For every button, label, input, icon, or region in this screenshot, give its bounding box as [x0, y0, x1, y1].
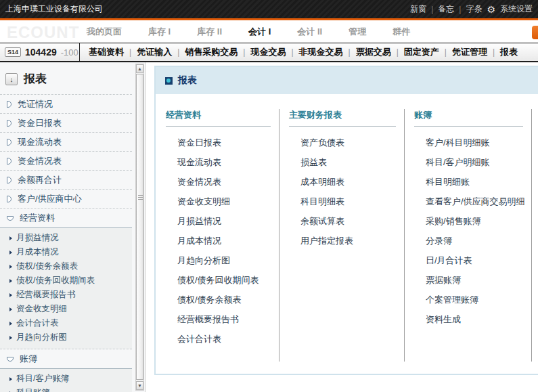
- column-header: 主要财务报表: [289, 109, 396, 127]
- topbar-link-1[interactable]: 备忘: [438, 3, 454, 15]
- nav-tab[interactable]: 会计 I: [248, 26, 271, 38]
- arrow-right-icon: [9, 377, 12, 381]
- arrow-right-icon: [9, 336, 12, 340]
- report-link[interactable]: 资金日报表: [177, 133, 279, 152]
- column-items: 客户/科目明细账科目/客户明细账科目明细账查看客户/供应商交易明细采购/销售账簿…: [426, 133, 531, 329]
- plan-badge: S14: [5, 47, 21, 57]
- report-link[interactable]: 日/月合计表: [426, 251, 531, 270]
- system-settings-link[interactable]: 系统设置: [500, 3, 533, 15]
- nav-tab[interactable]: 库存 I: [148, 26, 171, 38]
- report-link[interactable]: 债权/债务回收期间表: [177, 270, 279, 290]
- report-link[interactable]: 债权/债务余额表: [177, 290, 279, 309]
- sidebar-sub-item[interactable]: 会计合计表: [0, 316, 132, 330]
- nav-tab[interactable]: 会计 II: [297, 26, 322, 38]
- sidebar-sub-item[interactable]: 科目/客户账簿: [0, 372, 132, 386]
- sidebar-sub-item[interactable]: 资金收支明细: [0, 302, 132, 316]
- sidebar-item-label: 凭证情况: [18, 98, 53, 110]
- sidebar-sub-item-label: 科目账簿: [16, 387, 50, 392]
- sidebar-item[interactable]: 客户/供应商中心: [0, 190, 132, 209]
- report-link[interactable]: 分录簿: [426, 231, 531, 251]
- gear-icon[interactable]: ⚙: [487, 5, 495, 14]
- report-link[interactable]: 资金收支明细: [177, 192, 279, 211]
- report-link[interactable]: 月趋向分析图: [177, 251, 279, 270]
- company-code-area: S14 104429 -100: [0, 43, 80, 61]
- sidebar-header: ↓ 报表: [0, 62, 132, 95]
- sidebar-sub-item[interactable]: 科目账簿: [0, 386, 132, 392]
- sidebar-sub-item[interactable]: 债权/债务余额表: [0, 259, 132, 274]
- column-items: 资金日报表现金流动表资金情况表资金收支明细月损益情况月成本情况月趋向分析图债权/…: [177, 133, 279, 349]
- scrollbar-thumb[interactable]: [136, 74, 143, 380]
- scroll-up-button[interactable]: ▲: [136, 64, 143, 73]
- report-link[interactable]: 损益表: [300, 152, 404, 172]
- nav-tabs: 我的页面库存 I库存 II会计 I会计 II管理群件: [87, 20, 410, 43]
- top-bar: 上海申璞工业设备有限公司 新窗|备忘|字条 ⚙ 系统设置: [0, 0, 538, 18]
- toolbar-menu-item[interactable]: 凭证管理: [447, 46, 493, 58]
- nav-tab[interactable]: 管理: [349, 26, 366, 38]
- report-link[interactable]: 查看客户/供应商交易明细: [426, 192, 531, 211]
- topbar-link-0[interactable]: 新窗: [410, 3, 426, 15]
- section-open-icon: [7, 357, 14, 362]
- arrow-right-icon: [9, 236, 12, 240]
- report-link[interactable]: 资料生成: [426, 309, 531, 329]
- report-link[interactable]: 经营概要报告书: [177, 309, 279, 329]
- sidebar-item[interactable]: 资金情况表: [0, 152, 132, 171]
- report-link[interactable]: 用户指定报表: [300, 231, 404, 251]
- sidebar-sub-item-label: 债权/债务回收期间表: [16, 275, 95, 286]
- toolbar-menu-item[interactable]: 销售采购交易: [179, 46, 243, 58]
- sidebar-sub-item[interactable]: 经营概要报告书: [0, 288, 132, 302]
- report-link[interactable]: 科目明细表: [300, 192, 404, 211]
- edge-button[interactable]: [532, 26, 538, 39]
- report-link[interactable]: 科目/客户明细账: [426, 152, 531, 172]
- report-link[interactable]: 月损益情况: [177, 211, 279, 231]
- sidebar-item-label: 账簿: [20, 353, 37, 365]
- topbar-links: 新窗|备忘|字条 ⚙ 系统设置: [410, 3, 533, 15]
- sidebar-sub-item[interactable]: 债权/债务回收期间表: [0, 274, 132, 288]
- report-link[interactable]: 票据账簿: [426, 270, 531, 290]
- toolbar-menu-item[interactable]: 票据交易: [351, 46, 397, 58]
- report-link[interactable]: 成本明细表: [300, 172, 404, 192]
- sidebar-sub-item[interactable]: 月趋向分析图: [0, 330, 132, 345]
- panel-header: 报表: [156, 67, 538, 94]
- sidebar-item[interactable]: 账簿: [0, 349, 132, 368]
- sidebar-item[interactable]: 经营资料: [0, 209, 132, 227]
- sidebar-sub-item[interactable]: 月成本情况: [0, 245, 132, 259]
- arrow-right-icon: [9, 293, 12, 297]
- report-link[interactable]: 会计合计表: [177, 329, 279, 349]
- sidebar-item[interactable]: 余额再合计: [0, 171, 132, 190]
- report-link[interactable]: 月成本情况: [177, 231, 279, 251]
- sidebar-scrollbar[interactable]: ▲ ▼: [135, 64, 144, 391]
- report-link[interactable]: 个案管理账簿: [426, 290, 531, 309]
- toolbar-menu-item[interactable]: 报表: [495, 46, 523, 58]
- toolbar-menu-item[interactable]: 非现金交易: [294, 46, 349, 58]
- section-open-icon: [7, 216, 14, 221]
- nav-tab[interactable]: 群件: [393, 26, 410, 38]
- scroll-down-button[interactable]: ▼: [136, 381, 143, 390]
- toolbar-menu-item[interactable]: 固定资产: [399, 46, 445, 58]
- sidebar-item[interactable]: 资金日报表: [0, 114, 132, 133]
- report-link[interactable]: 采购/销售账簿: [426, 211, 531, 231]
- submenu-bar: 基础资料|凭证输入|销售采购交易|现金交易|非现金交易|票据交易|固定资产|凭证…: [80, 46, 523, 58]
- report-column: 账簿客户/科目明细账科目/客户明细账科目明细账查看客户/供应商交易明细采购/销售…: [404, 94, 531, 374]
- sidebar-subsection: 月损益情况月成本情况债权/债务余额表债权/债务回收期间表经营概要报告书资金收支明…: [0, 227, 132, 349]
- sidebar-sub-item[interactable]: 月损益情况: [0, 231, 132, 245]
- sidebar-sub-item-label: 经营概要报告书: [16, 289, 76, 301]
- report-link[interactable]: 现金流动表: [177, 152, 279, 172]
- toolbar-menu-item[interactable]: 凭证输入: [131, 46, 177, 58]
- report-link[interactable]: 资金情况表: [177, 172, 279, 192]
- sidebar-item[interactable]: 凭证情况: [0, 95, 132, 114]
- sidebar-item-label: 资金日报表: [18, 117, 62, 129]
- arrow-right-icon: [9, 265, 12, 269]
- report-link[interactable]: 余额试算表: [300, 211, 404, 231]
- report-link[interactable]: 科目明细账: [426, 172, 531, 192]
- topbar-link-2[interactable]: 字条: [466, 3, 482, 15]
- nav-tab[interactable]: 我的页面: [87, 26, 122, 38]
- sidebar-item[interactable]: 现金流动表: [0, 133, 132, 152]
- toolbar-menu-item[interactable]: 基础资料: [83, 46, 129, 58]
- report-link[interactable]: 客户/科目明细账: [426, 133, 531, 152]
- sidebar-sub-item-label: 科目/客户账簿: [16, 373, 69, 385]
- report-link[interactable]: 资产负债表: [300, 133, 404, 152]
- nav-tab[interactable]: 库存 II: [197, 26, 222, 38]
- toolbar-menu-item[interactable]: 现金交易: [245, 46, 291, 58]
- sidebar-collapse-button[interactable]: ↓: [5, 73, 18, 85]
- company-code-suffix: -100: [61, 47, 79, 58]
